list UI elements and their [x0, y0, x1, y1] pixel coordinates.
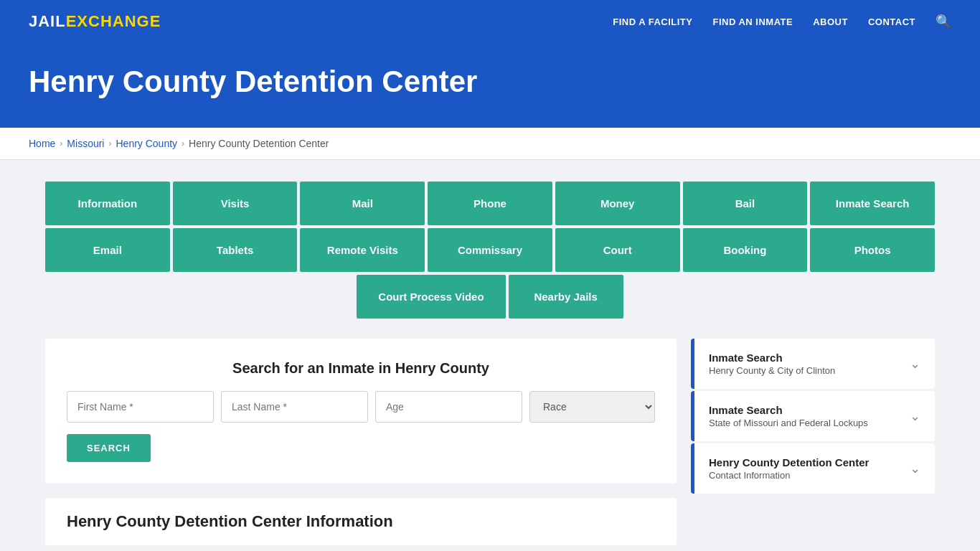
breadcrumb-sep-3: › [182, 138, 184, 149]
search-panel: Search for an Inmate in Henry County Rac… [45, 339, 677, 484]
age-input[interactable] [375, 391, 522, 423]
sidebar-card-title-2: Henry County Detention Center [709, 456, 869, 468]
last-name-input[interactable] [221, 391, 368, 423]
hero-section: Henry County Detention Center [0, 43, 980, 128]
button-grid-row3: Court Process Video Nearby Jails [45, 275, 935, 319]
navbar: JAILEXCHANGE FIND A FACILITY FIND AN INM… [0, 0, 980, 43]
button-grid-row2: Email Tablets Remote Visits Commissary C… [45, 228, 935, 272]
site-logo[interactable]: JAILEXCHANGE [29, 12, 161, 31]
nav-item-contact[interactable]: CONTACT [868, 15, 915, 28]
btn-nearby-jails[interactable]: Nearby Jails [509, 275, 623, 319]
first-name-input[interactable] [67, 391, 214, 423]
logo-jail: JAIL [29, 12, 66, 30]
info-section: Henry County Detention Center Informatio… [45, 498, 677, 545]
btn-phone[interactable]: Phone [428, 182, 552, 225]
btn-money[interactable]: Money [555, 182, 680, 225]
btn-remote-visits[interactable]: Remote Visits [300, 228, 425, 272]
search-button[interactable]: SEARCH [67, 434, 151, 462]
btn-mail[interactable]: Mail [300, 182, 425, 225]
nav-link-contact[interactable]: CONTACT [868, 17, 915, 27]
sidebar-card-title-1: Inmate Search [709, 404, 868, 416]
nav-item-about[interactable]: ABOUT [813, 15, 848, 28]
sidebar-card-subtitle-2: Contact Information [709, 470, 869, 481]
sidebar-card-subtitle-1: State of Missouri and Federal Lockups [709, 418, 868, 428]
btn-tablets[interactable]: Tablets [173, 228, 298, 272]
btn-bail[interactable]: Bail [683, 182, 808, 225]
nav-search[interactable]: 🔍 [936, 14, 951, 29]
lower-section: Search for an Inmate in Henry County Rac… [45, 339, 935, 545]
breadcrumb-sep-1: › [60, 138, 62, 149]
search-icon-button[interactable]: 🔍 [936, 14, 951, 29]
nav-link-facility[interactable]: FIND A FACILITY [613, 17, 692, 27]
btn-court-process-video[interactable]: Court Process Video [357, 275, 505, 319]
search-title: Search for an Inmate in Henry County [67, 360, 655, 377]
btn-court[interactable]: Court [555, 228, 680, 272]
breadcrumb-bar: Home › Missouri › Henry County › Henry C… [0, 128, 980, 160]
left-column: Search for an Inmate in Henry County Rac… [45, 339, 677, 545]
btn-commissary[interactable]: Commissary [428, 228, 552, 272]
breadcrumb: Home › Missouri › Henry County › Henry C… [29, 138, 951, 149]
sidebar-card-text-0: Inmate Search Henry County & City of Cli… [709, 352, 835, 376]
btn-booking[interactable]: Booking [683, 228, 808, 272]
btn-inmate-search[interactable]: Inmate Search [810, 182, 935, 225]
sidebar-card-text-2: Henry County Detention Center Contact In… [709, 456, 869, 481]
race-select[interactable]: Race White Black Hispanic Asian Other [529, 391, 655, 423]
main-content: Information Visits Mail Phone Money Bail… [24, 160, 956, 551]
breadcrumb-current: Henry County Detention Center [189, 138, 329, 149]
nav-link-inmate[interactable]: FIND AN INMATE [712, 17, 793, 27]
btn-visits[interactable]: Visits [173, 182, 298, 225]
sidebar-card-subtitle-0: Henry County & City of Clinton [709, 365, 835, 376]
btn-information[interactable]: Information [45, 182, 170, 225]
breadcrumb-missouri[interactable]: Missouri [67, 138, 104, 149]
btn-photos[interactable]: Photos [810, 228, 935, 272]
sidebar-card-1[interactable]: Inmate Search State of Missouri and Fede… [691, 391, 935, 441]
chevron-down-icon-2: ⌄ [910, 461, 920, 476]
chevron-down-icon-1: ⌄ [910, 408, 920, 424]
sidebar-card-title-0: Inmate Search [709, 352, 835, 364]
chevron-down-icon-0: ⌄ [910, 356, 920, 372]
breadcrumb-county[interactable]: Henry County [116, 138, 177, 149]
button-grid-row1: Information Visits Mail Phone Money Bail… [45, 182, 935, 225]
nav-item-inmate[interactable]: FIND AN INMATE [712, 15, 793, 28]
breadcrumb-sep-2: › [108, 138, 111, 149]
sidebar-card-0[interactable]: Inmate Search Henry County & City of Cli… [691, 339, 935, 389]
logo-exchange: EXCHANGE [66, 12, 161, 30]
search-form-row: Race White Black Hispanic Asian Other [67, 391, 655, 423]
sidebar-card-2[interactable]: Henry County Detention Center Contact In… [691, 443, 935, 494]
nav-item-facility[interactable]: FIND A FACILITY [613, 15, 692, 28]
info-title: Henry County Detention Center Informatio… [67, 512, 655, 531]
btn-email[interactable]: Email [45, 228, 170, 272]
breadcrumb-home[interactable]: Home [29, 138, 55, 149]
sidebar-card-text-1: Inmate Search State of Missouri and Fede… [709, 404, 868, 428]
page-title: Henry County Detention Center [29, 65, 951, 99]
sidebar: Inmate Search Henry County & City of Cli… [691, 339, 935, 496]
nav-menu: FIND A FACILITY FIND AN INMATE ABOUT CON… [613, 14, 951, 29]
nav-link-about[interactable]: ABOUT [813, 17, 848, 27]
